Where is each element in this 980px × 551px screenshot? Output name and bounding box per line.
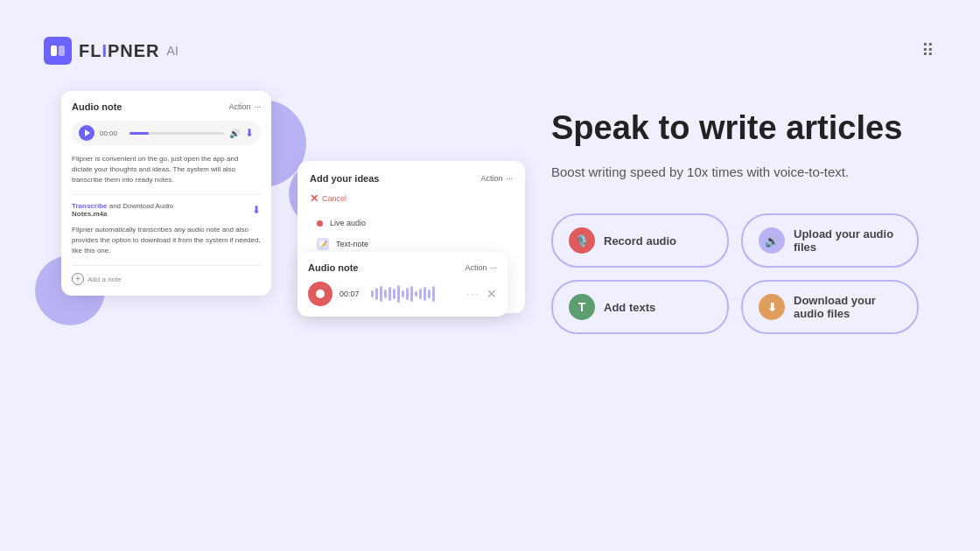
- wave-bar: [384, 289, 387, 298]
- mic-icon: 🎙️: [569, 227, 595, 254]
- wave-bar: [393, 289, 396, 299]
- waveform: [371, 285, 460, 303]
- play-button[interactable]: [79, 125, 94, 141]
- recording-row: 00:07: [308, 282, 497, 306]
- download-audio-label: Download your audio files: [794, 294, 901, 320]
- wave-bar: [410, 286, 413, 302]
- download-audio-button[interactable]: ⬇ Download your audio files: [741, 280, 919, 334]
- card3-header: Audio note Action ···: [308, 262, 497, 273]
- card1-download-icon[interactable]: ⬇: [252, 204, 261, 216]
- wave-bar: [428, 289, 430, 298]
- card1-link-row: Transcribe and Download Audio Notes.m4a …: [72, 202, 261, 218]
- card1-header: Audio note Action ···: [72, 101, 261, 112]
- wave-bar: [397, 285, 400, 303]
- wave-bar: [402, 290, 404, 297]
- wave-bar: [375, 288, 378, 300]
- subtitle: Boost writing speed by 10x times with vo…: [551, 163, 928, 183]
- card2-header: Add your ideas Action ···: [310, 173, 513, 184]
- logo-icon: [44, 37, 72, 65]
- add-texts-button[interactable]: T Add texts: [551, 280, 729, 334]
- rec-time: 00:07: [340, 289, 364, 298]
- wave-bar: [388, 287, 391, 301]
- record-stop-button[interactable]: [308, 282, 332, 306]
- logo: FLIPNER AI: [44, 37, 178, 65]
- close-recording-button[interactable]: ✕: [486, 287, 497, 301]
- wave-bar: [415, 291, 417, 296]
- add-texts-label: Add texts: [604, 301, 655, 314]
- download-icon[interactable]: ⬇: [245, 127, 254, 139]
- logo-ai-label: AI: [167, 44, 178, 58]
- main-card: FLIPNER AI ⠿ Audio note Action ···: [18, 17, 962, 534]
- progress-fill: [130, 132, 149, 135]
- mockups-area: Audio note Action ··· 00:00 🔊 ⬇ Flipner …: [44, 73, 534, 352]
- card1-title: Audio note: [72, 101, 122, 112]
- card3-action: Action ···: [465, 263, 497, 272]
- volume-icon[interactable]: 🔊: [229, 129, 240, 138]
- upload-audio-button[interactable]: 🔊 Upload your audio files: [741, 213, 919, 268]
- add-note-icon[interactable]: +: [72, 273, 84, 285]
- audio-note-card: Audio note Action ··· 00:00 🔊 ⬇ Flipner …: [61, 91, 271, 296]
- right-content: Speak to write articles Boost writing sp…: [534, 73, 962, 352]
- audio-player[interactable]: 00:00 🔊 ⬇: [72, 121, 261, 145]
- divider2: [72, 265, 261, 266]
- svg-rect-1: [59, 45, 65, 56]
- actions-grid: 🎙️ Record audio 🔊 Upload your audio file…: [551, 213, 919, 334]
- grid-menu-icon[interactable]: ⠿: [921, 40, 936, 61]
- wave-bar: [424, 287, 426, 301]
- audio-recording-card: Audio note Action ··· 00:07: [298, 252, 508, 317]
- svg-rect-0: [51, 45, 57, 56]
- card1-link-text: Transcribe and Download Audio Notes.m4a: [72, 202, 173, 218]
- add-note-label: Add a note: [88, 276, 122, 283]
- cancel-x-icon: ✕: [310, 192, 318, 205]
- time-label: 00:00: [100, 129, 124, 137]
- logo-text: FLIPNER: [79, 41, 160, 61]
- cancel-row[interactable]: ✕ Cancel: [310, 192, 513, 205]
- live-dot-icon: [317, 220, 323, 227]
- card1-text1: Flipner is convenient on the go, just op…: [72, 154, 261, 185]
- wave-bar: [380, 286, 382, 302]
- text-note-icon: 📝: [317, 238, 329, 250]
- rec-options: ···: [467, 289, 480, 299]
- upload-icon: 🔊: [759, 227, 785, 254]
- header: FLIPNER AI ⠿: [18, 17, 962, 73]
- main-content: Audio note Action ··· 00:00 🔊 ⬇ Flipner …: [18, 73, 962, 352]
- card2-title: Add your ideas: [310, 173, 379, 184]
- upload-audio-label: Upload your audio files: [794, 227, 901, 254]
- text-icon: T: [569, 294, 595, 320]
- main-title: Speak to write articles: [551, 108, 928, 149]
- card2-action: Action ···: [480, 174, 513, 183]
- download-icon: ⬇: [759, 294, 785, 320]
- wave-bar: [406, 288, 409, 300]
- divider: [72, 194, 261, 195]
- record-audio-label: Record audio: [604, 234, 676, 248]
- wave-bar: [371, 290, 374, 297]
- add-note-row[interactable]: + Add a note: [72, 273, 261, 285]
- card1-action: Action ···: [228, 102, 261, 111]
- wave-bar: [432, 286, 435, 302]
- card3-title: Audio note: [308, 262, 358, 273]
- card1-text2: Flipner automatically transcribes any au…: [72, 225, 261, 256]
- cancel-label: Cancel: [322, 194, 346, 203]
- menu-live-audio[interactable]: Live audio: [310, 213, 513, 233]
- progress-bar: [130, 132, 224, 135]
- record-audio-button[interactable]: 🎙️ Record audio: [551, 213, 729, 268]
- wave-bar: [419, 289, 422, 299]
